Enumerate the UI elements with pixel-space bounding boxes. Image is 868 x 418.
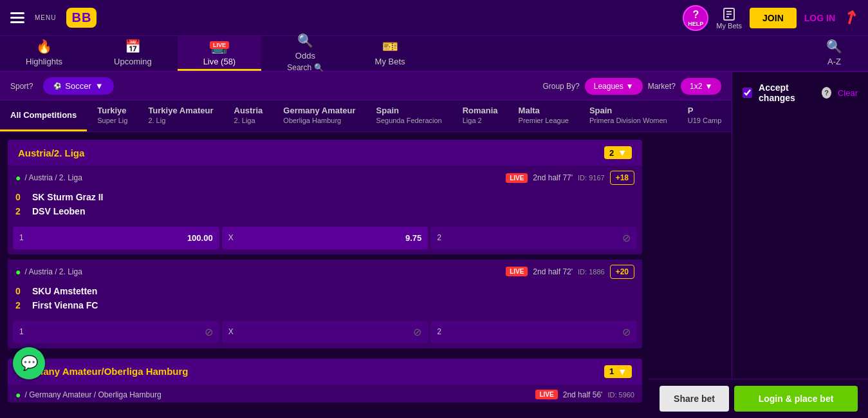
league-germany-oberliga: Germany Amateur/Oberliga Hamburg 1 ▼ ● /… xyxy=(8,359,642,403)
accept-changes-checkbox[interactable] xyxy=(743,87,752,99)
arrow-indicator: ↗ xyxy=(838,5,862,30)
chevron-down-icon: ▼ xyxy=(618,147,627,158)
live-tag: LIVE xyxy=(506,173,528,183)
comp-tab-all[interactable]: All Competitions xyxy=(0,100,87,131)
odds-cell-1[interactable]: 1 100.00 xyxy=(13,227,219,249)
comp-tab-turkiye[interactable]: Turkiye Super Lig xyxy=(87,100,138,131)
sport-filter-bar: Sport? ⚽ Soccer ▼ Group By? Leagues ▼ Ma… xyxy=(0,72,732,100)
odds-row-1886: 1 ⊘ X ⊘ 2 ⊘ xyxy=(8,318,642,348)
live-dot-icon-2: ● xyxy=(15,267,21,277)
menu-label: MENU xyxy=(35,14,56,21)
highlights-icon: 🔥 xyxy=(36,39,52,54)
join-button[interactable]: JOIN xyxy=(750,8,797,28)
match-league-link-germany[interactable]: ● / Germany Amateur / Oberliga Hamburg xyxy=(15,390,162,400)
tab-odds-search[interactable]: 🔍 Odds Search 🔍 xyxy=(261,36,349,71)
match-league-link-2[interactable]: ● / Austria / 2. Liga xyxy=(15,267,82,277)
right-panel: Accept changes ? Clear xyxy=(732,72,868,418)
main-navigation: 🔥 Highlights 📅 Upcoming LIVE 📺 Live (58)… xyxy=(0,36,868,72)
match-header-5960: ● / Germany Amateur / Oberliga Hamburg L… xyxy=(8,385,642,403)
team-row-away: 2 DSV Leoben xyxy=(15,204,634,218)
nav-left: MENU BB xyxy=(10,8,97,28)
chat-icon: 💬 xyxy=(21,355,38,372)
match-header-9167: ● / Austria / 2. Liga LIVE 2nd half 77' … xyxy=(8,166,642,187)
team-row-away-2: 2 First Vienna FC xyxy=(15,298,634,312)
market-label: Market? xyxy=(648,82,676,91)
match-time-2: 2nd half 72' xyxy=(533,267,573,276)
match-teams-1886: 0 SKU Amstetten 2 First Vienna FC xyxy=(8,281,642,318)
hamburger-menu[interactable] xyxy=(10,12,24,23)
bottom-bar: Share bet Login & place bet xyxy=(649,379,868,418)
team-row-home-2: 0 SKU Amstetten xyxy=(15,284,634,298)
league-count-germany: 1 ▼ xyxy=(604,365,632,378)
tab-az[interactable]: 🔍 A-Z xyxy=(800,36,868,71)
live-tag-germany: LIVE xyxy=(535,390,557,399)
clear-button[interactable]: Clear xyxy=(838,88,858,98)
match-card-9167: ● / Austria / 2. Liga LIVE 2nd half 77' … xyxy=(8,166,642,254)
comp-tab-spain[interactable]: Spain Segunda Federacion xyxy=(366,100,452,131)
match-card-1886: ● / Austria / 2. Liga LIVE 2nd half 72' … xyxy=(8,260,642,348)
tab-highlights[interactable]: 🔥 Highlights xyxy=(0,36,88,71)
place-bet-button[interactable]: Login & place bet xyxy=(734,386,858,412)
chevron-down-icon-2: ▼ xyxy=(618,366,627,377)
tab-upcoming[interactable]: 📅 Upcoming xyxy=(88,36,178,71)
live-dot-icon-germany: ● xyxy=(15,390,21,400)
sport-select[interactable]: ⚽ Soccer ▼ xyxy=(43,77,113,95)
league-header-germany[interactable]: Germany Amateur/Oberliga Hamburg 1 ▼ xyxy=(8,359,642,385)
tab-live[interactable]: LIVE 📺 Live (58) xyxy=(178,36,262,71)
match-card-5960: ● / Germany Amateur / Oberliga Hamburg L… xyxy=(8,385,642,403)
comp-tab-spain-women[interactable]: Spain Primera Division Women xyxy=(579,100,678,131)
accept-help-icon[interactable]: ? xyxy=(822,87,831,99)
left-main: Sport? ⚽ Soccer ▼ Group By? Leagues ▼ Ma… xyxy=(0,72,732,418)
market-button[interactable]: 1x2 ▼ xyxy=(681,78,721,95)
match-time-germany: 2nd half 56' xyxy=(563,390,603,399)
competitions-bar: All Competitions Turkiye Super Lig Turki… xyxy=(0,100,732,132)
odds-cell-1-na: 1 ⊘ xyxy=(13,321,219,343)
my-bets-nav[interactable]: My Bets xyxy=(716,6,742,30)
comp-tab-turkiye-amateur[interactable]: Turkiye Amateur 2. Lig xyxy=(138,100,223,131)
comp-tab-romania[interactable]: Romania Liga 2 xyxy=(452,100,508,131)
share-bet-button[interactable]: Share bet xyxy=(660,386,729,412)
live-dot-icon: ● xyxy=(15,173,21,183)
match-time: 2nd half 77' xyxy=(533,173,573,182)
match-teams-9167: 0 SK Sturm Graz II 2 DSV Leoben xyxy=(8,187,642,224)
my-bets-icon: 🎫 xyxy=(382,39,398,54)
league-title-austria: Austria/2. Liga xyxy=(18,147,84,158)
help-button[interactable]: ? HELP xyxy=(683,5,708,31)
match-id-2: ID: 1886 xyxy=(578,268,605,276)
logo: BB xyxy=(66,8,97,28)
group-by-button[interactable]: Leagues ▼ xyxy=(585,78,643,95)
comp-tab-austria[interactable]: Austria 2. Liga xyxy=(224,100,273,131)
nav-right: ? HELP My Bets JOIN LOG IN ↗ xyxy=(683,5,858,31)
tab-my-bets[interactable]: 🎫 My Bets xyxy=(349,36,431,71)
upcoming-icon: 📅 xyxy=(125,39,141,54)
match-id: ID: 9167 xyxy=(578,174,605,182)
top-navigation: MENU BB ? HELP My Bets JOIN LOG IN ↗ xyxy=(0,0,868,36)
match-league-link[interactable]: ● / Austria / 2. Liga xyxy=(15,173,82,183)
match-id-germany: ID: 5960 xyxy=(607,391,634,399)
live-badge: LIVE xyxy=(210,41,229,49)
odds-cell-x[interactable]: X 9.75 xyxy=(222,227,429,249)
odds-cell-2-empty: 2 ⊘ xyxy=(430,227,637,249)
group-by-label: Group By? xyxy=(542,82,579,91)
comp-tab-malta[interactable]: Malta Premier League xyxy=(508,100,579,131)
match-header-1886: ● / Austria / 2. Liga LIVE 2nd half 72' … xyxy=(8,260,642,281)
login-button[interactable]: LOG IN xyxy=(804,13,835,23)
league-count-austria: 2 ▼ xyxy=(604,146,632,159)
league-austria-2liga: Austria/2. Liga 2 ▼ ● / Austria / 2. Lig… xyxy=(8,140,642,348)
plus-markets-badge-2[interactable]: +20 xyxy=(610,265,634,279)
comp-tab-germany-amateur[interactable]: Germany Amateur Oberliga Hamburg xyxy=(273,100,365,131)
group-by-section: Group By? Leagues ▼ Market? 1x2 ▼ xyxy=(542,78,721,95)
odds-cell-x-na: X ⊘ xyxy=(222,321,429,343)
chat-bubble[interactable]: 💬 xyxy=(13,347,45,379)
content-wrapper: Sport? ⚽ Soccer ▼ Group By? Leagues ▼ Ma… xyxy=(0,72,868,418)
sport-label: Sport? xyxy=(10,82,33,91)
plus-markets-badge[interactable]: +18 xyxy=(610,171,634,185)
az-search-icon: 🔍 xyxy=(826,39,842,54)
comp-tab-p[interactable]: P U19 Camp xyxy=(678,100,732,131)
accept-changes-label: Accept changes xyxy=(759,82,815,103)
league-header-austria[interactable]: Austria/2. Liga 2 ▼ xyxy=(8,140,642,166)
accept-changes-row: Accept changes ? Clear xyxy=(743,82,858,103)
odds-cell-2-na: 2 ⊘ xyxy=(430,321,637,343)
main-content: Austria/2. Liga 2 ▼ ● / Austria / 2. Lig… xyxy=(0,132,650,418)
odds-row-9167: 1 100.00 X 9.75 2 ⊘ xyxy=(8,224,642,254)
